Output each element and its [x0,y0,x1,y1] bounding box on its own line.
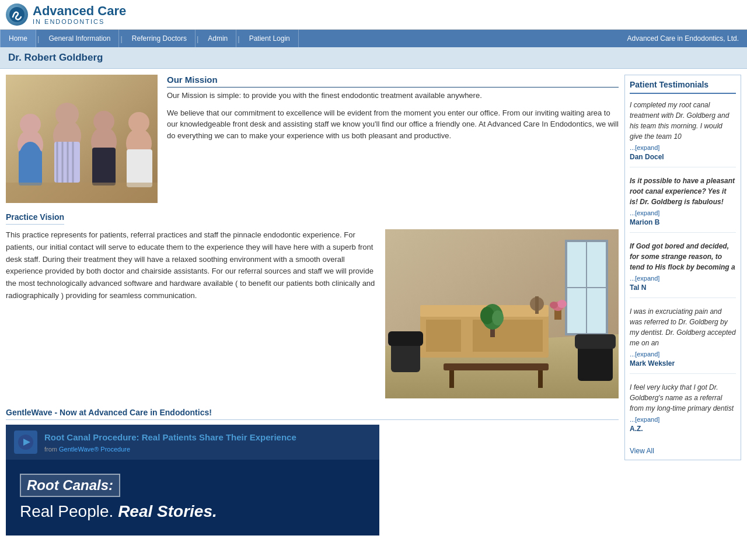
testimonial-3-text: If God got bored and decided, for some s… [630,241,736,272]
content-area: Our Mission Our Mission is simple: to pr… [6,75,619,536]
svg-rect-20 [6,183,158,203]
logo-area: Advanced Care IN ENDODONTICS [6,4,126,26]
testimonials-heading: Patient Testimonials [630,80,736,94]
testimonial-4: I was in excruciating pain and was refer… [630,306,736,374]
svg-rect-41 [444,363,549,370]
video-header: Root Canal Procedure: Real Patients Shar… [6,425,379,460]
nav-referring-doctors[interactable]: Referring Doctors [124,30,196,47]
company-name: Advanced Care in Endodontics, Ltd. [627,34,747,43]
testimonial-3-expand[interactable]: ...[expand] [630,275,736,282]
svg-rect-6 [19,150,42,186]
video-body: Root Canals: Real People. Real Stories. [6,460,379,536]
root-canals-label: Root Canals: [27,477,113,493]
mission-text: Our Mission Our Mission is simple: to pr… [167,75,619,203]
testimonials-box: Patient Testimonials I completed my root… [624,75,741,460]
svg-rect-32 [535,296,539,314]
svg-point-36 [492,310,504,326]
video-from-label: from [44,446,57,453]
gentlewave-section: GentleWave - Now at Advanced Care in End… [6,408,619,536]
logo-title: Advanced Care [33,4,126,18]
nav-admin[interactable]: Admin [200,30,236,47]
svg-point-47 [550,302,558,309]
mission-paragraph-2: We believe that our commitment to excell… [167,107,619,142]
nav-patient-login[interactable]: Patient Login [241,30,299,47]
nav-bar: Home | General Information | Referring D… [0,30,747,47]
video-icon [14,430,37,454]
svg-point-15 [93,111,114,132]
vision-paragraph: This practice represents for patients, r… [6,229,376,398]
nav-home[interactable]: Home [0,30,36,47]
sidebar: Patient Testimonials I completed my root… [624,75,741,536]
gentlewave-heading: GentleWave - Now at Advanced Care in End… [6,408,619,420]
testimonial-5-expand[interactable]: ...[expand] [630,416,736,423]
main-layout: Our Mission Our Mission is simple: to pr… [0,69,747,541]
svg-rect-30 [473,320,543,352]
testimonial-4-text: I was in excruciating pain and was refer… [630,306,736,348]
testimonial-3: If God got bored and decided, for some s… [630,241,736,298]
svg-point-8 [55,103,79,126]
nav-general-info[interactable]: General Information [40,30,119,47]
vision-content: This practice represents for patients, r… [6,229,619,398]
testimonial-2: Is it possible to have a pleasant root c… [630,176,736,233]
video-from-link[interactable]: GentleWave® Procedure [59,446,130,453]
top-section: Our Mission Our Mission is simple: to pr… [6,75,619,203]
vision-heading: Practice Vision [6,212,64,225]
page-title: Dr. Robert Goldberg [8,52,739,64]
logo-subtitle: IN ENDODONTICS [33,18,126,25]
header: Advanced Care IN ENDODONTICS [0,0,747,30]
svg-point-18 [128,112,149,133]
team-photo [6,75,158,203]
svg-rect-40 [575,334,616,349]
testimonial-5: I feel very lucky that I got Dr. Goldber… [630,382,736,439]
testimonial-5-author: A.Z. [630,425,736,433]
video-title-block: Root Canal Procedure: Real Patients Shar… [44,432,296,453]
svg-rect-38 [388,331,423,346]
logo-text: Advanced Care IN ENDODONTICS [33,4,126,25]
testimonial-5-text: I feel very lucky that I got Dr. Goldber… [630,382,736,414]
root-canals-box: Root Canals: [20,474,120,497]
view-all-link[interactable]: View All [630,447,736,455]
svg-point-46 [557,300,567,308]
svg-rect-43 [538,370,543,388]
testimonial-2-text: Is it possible to have a pleasant root c… [630,176,736,207]
vision-section: Practice Vision This practice represents… [6,212,619,398]
mission-paragraph-1: Our Mission is simple: to provide you wi… [167,90,619,102]
mission-heading: Our Mission [167,75,619,88]
video-subtext-line2: Real Stories. [118,502,217,520]
svg-rect-42 [449,370,454,388]
testimonial-1-text: I completed my root canal treatment with… [630,100,736,142]
page-title-bar: Dr. Robert Goldberg [0,47,747,69]
svg-rect-29 [426,320,461,352]
testimonial-2-author: Marion B [630,218,736,226]
logo-icon [6,4,28,26]
video-from: from GentleWave® Procedure [44,446,296,453]
video-title: Root Canal Procedure: Real Patients Shar… [44,432,296,443]
video-subtext-line1: Real People. [20,502,113,520]
video-embed[interactable]: Root Canal Procedure: Real Patients Shar… [6,425,379,536]
office-photo [385,229,619,398]
svg-point-4 [20,114,41,135]
testimonial-1-author: Dan Docel [630,153,736,161]
video-subtext: Real People. Real Stories. [20,502,217,522]
nav-links: Home | General Information | Referring D… [0,30,299,47]
testimonial-1: I completed my root canal treatment with… [630,100,736,167]
svg-rect-19 [127,149,152,187]
testimonial-3-author: Tal N [630,284,736,292]
svg-point-35 [480,307,494,324]
svg-rect-16 [92,148,116,186]
testimonial-2-expand[interactable]: ...[expand] [630,209,736,216]
testimonial-4-author: Mark Weksler [630,359,736,368]
testimonial-1-expand[interactable]: ...[expand] [630,144,736,151]
testimonial-4-expand[interactable]: ...[expand] [630,351,736,358]
